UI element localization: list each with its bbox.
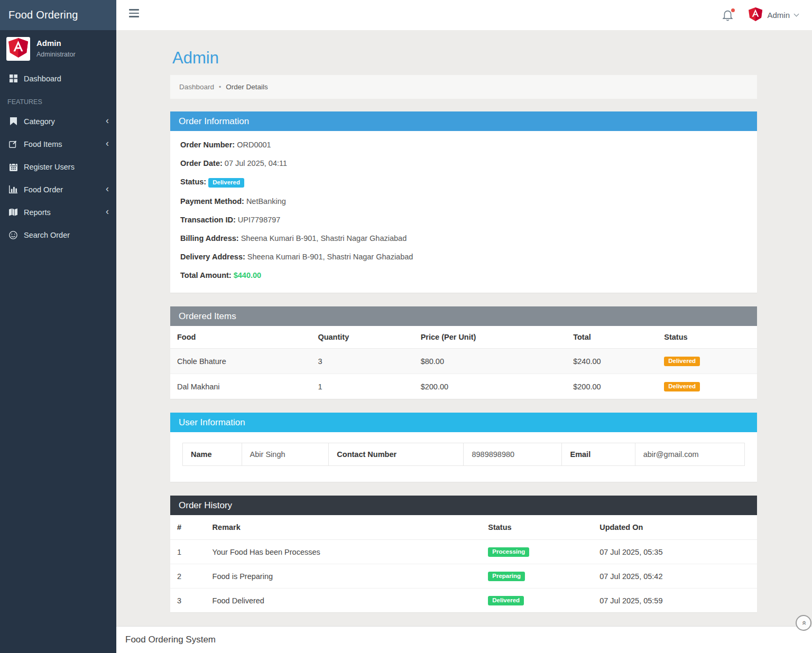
table-row: Name Abir Singh Contact Number 898989898… — [183, 443, 745, 466]
sidebar-item-food-items[interactable]: Food Items ‹ — [0, 133, 116, 155]
order-history-header: Order History — [170, 496, 757, 515]
user-information-table: Name Abir Singh Contact Number 898989898… — [182, 443, 745, 466]
sidebar-section-label: FEATURES — [0, 90, 116, 110]
notifications-button[interactable] — [722, 9, 734, 22]
field-label: Order Date: — [180, 159, 223, 167]
billing-address-row: Billing Address: Sheena Kumari B-901, Sh… — [180, 234, 747, 243]
user-contact-value: 8989898980 — [464, 443, 562, 466]
calendar-icon — [7, 163, 19, 171]
user-information-header: User Information — [170, 413, 757, 432]
sidebar-item-register-users[interactable]: Register Users — [0, 155, 116, 178]
field-label: Total Amount: — [180, 271, 232, 279]
sidebar-toggle-button[interactable] — [129, 9, 140, 21]
order-history-panel: Order History # Remark Status Updated On… — [170, 496, 757, 612]
chevron-left-icon: ‹ — [106, 184, 109, 195]
ordered-items-table: Food Quantity Price (Per Unit) Total Sta… — [170, 326, 757, 399]
cell-quantity: 3 — [311, 349, 413, 374]
sidebar-user-name: Admin — [36, 39, 76, 48]
column-header-num: # — [170, 515, 206, 540]
footer-text: Food Ordering System — [125, 635, 216, 645]
column-header-quantity: Quantity — [311, 326, 413, 349]
column-header-status: Status — [481, 515, 593, 540]
scroll-to-top-button[interactable]: » — [796, 615, 811, 631]
map-icon — [7, 208, 19, 216]
cell-num: 1 — [170, 540, 206, 564]
sidebar-user-panel: Admin Administrator — [0, 30, 116, 67]
total-amount-value: $440.00 — [234, 271, 261, 279]
grid-icon — [7, 74, 19, 82]
field-label: Status: — [180, 178, 206, 186]
order-information-panel: Order Information Order Number: ORD0001 … — [170, 111, 757, 293]
user-email-value: abir@gmail.com — [635, 443, 744, 466]
sidebar: Food Ordering Admin Administrator — [0, 0, 116, 653]
payment-method-row: Payment Method: NetBanking — [180, 197, 747, 206]
user-menu-label: Admin — [767, 11, 790, 20]
total-amount-row: Total Amount: $440.00 — [180, 270, 747, 280]
column-header-remark: Remark — [206, 515, 482, 540]
chevron-left-icon: ‹ — [106, 138, 109, 150]
user-menu-button[interactable]: Admin — [749, 7, 798, 23]
breadcrumb-separator: • — [219, 83, 221, 91]
order-information-header: Order Information — [170, 111, 757, 131]
user-name-label: Name — [183, 443, 242, 466]
sidebar-item-search-order[interactable]: Search Order — [0, 223, 116, 246]
cell-price: $80.00 — [414, 349, 567, 374]
brand-title: Food Ordering — [0, 0, 116, 30]
cell-updated: 07 Jul 2025, 05:35 — [593, 540, 757, 564]
sidebar-item-label: Category — [24, 117, 55, 126]
bell-icon — [722, 14, 733, 23]
angular-logo-icon — [8, 38, 28, 60]
table-row: 1 Your Food Has been Processes Processin… — [170, 540, 757, 564]
table-row: 2 Food is Preparing Preparing 07 Jul 202… — [170, 564, 757, 589]
field-value: UPI7798797 — [238, 216, 281, 224]
cell-total: $240.00 — [566, 349, 657, 374]
sidebar-item-food-order[interactable]: Food Order ‹ — [0, 178, 116, 201]
field-label: Delivery Address: — [180, 253, 245, 261]
field-label: Payment Method: — [180, 197, 244, 206]
sidebar-item-category[interactable]: Category ‹ — [0, 110, 116, 133]
column-header-total: Total — [566, 326, 657, 349]
column-header-status: Status — [657, 326, 757, 349]
breadcrumb: Dashboard • Order Details — [170, 75, 757, 99]
field-value: 07 Jul 2025, 04:11 — [225, 159, 287, 167]
column-header-updated: Updated On — [593, 515, 757, 540]
order-information-body: Order Number: ORD0001 Order Date: 07 Jul… — [170, 131, 757, 293]
cell-num: 3 — [170, 589, 206, 613]
chevron-left-icon: ‹ — [106, 207, 109, 218]
status-badge: Delivered — [664, 382, 700, 392]
sidebar-item-dashboard[interactable]: Dashboard — [0, 67, 116, 90]
breadcrumb-dashboard-link[interactable]: Dashboard — [179, 83, 214, 91]
order-date-row: Order Date: 07 Jul 2025, 04:11 — [180, 158, 747, 168]
transaction-id-row: Transaction ID: UPI7798797 — [180, 215, 747, 225]
user-contact-label: Contact Number — [329, 443, 464, 466]
table-row: Chole Bhature 3 $80.00 $240.00 Delivered — [170, 349, 757, 374]
status-badge: Delivered — [664, 357, 700, 367]
cell-total: $200.00 — [566, 374, 657, 399]
breadcrumb-current: Order Details — [226, 83, 268, 91]
status-badge: Delivered — [488, 596, 524, 606]
user-name-value: Abir Singh — [242, 443, 329, 466]
page-footer: Food Ordering System — [116, 626, 812, 653]
cell-price: $200.00 — [414, 374, 567, 399]
user-information-panel: User Information Name Abir Singh Contact… — [170, 413, 757, 482]
sidebar-item-label: Food Items — [24, 140, 62, 148]
ordered-items-panel: Ordered Items Food Quantity Price (Per U… — [170, 306, 757, 399]
delivery-address-row: Delivery Address: Sheena Kumari B-901, S… — [180, 252, 747, 262]
field-value: Sheena Kumari B-901, Shastri Nagar Ghazi… — [241, 234, 407, 242]
notification-dot — [731, 8, 735, 12]
column-header-food: Food — [170, 326, 311, 349]
ordered-items-header: Ordered Items — [170, 306, 757, 326]
status-badge: Processing — [488, 547, 529, 557]
bookmark-icon — [7, 117, 19, 125]
cell-updated: 07 Jul 2025, 05:59 — [593, 589, 757, 613]
navbar-right: Admin — [722, 0, 798, 30]
top-navbar: Admin — [116, 0, 812, 30]
field-value: NetBanking — [246, 197, 286, 206]
sidebar-item-label: Food Order — [24, 185, 63, 194]
table-header-row: # Remark Status Updated On — [170, 515, 757, 540]
avatar — [6, 37, 30, 61]
sidebar-item-reports[interactable]: Reports ‹ — [0, 201, 116, 223]
cell-food: Dal Makhani — [170, 374, 311, 399]
sidebar-item-label: Dashboard — [24, 74, 61, 83]
user-email-label: Email — [562, 443, 635, 466]
